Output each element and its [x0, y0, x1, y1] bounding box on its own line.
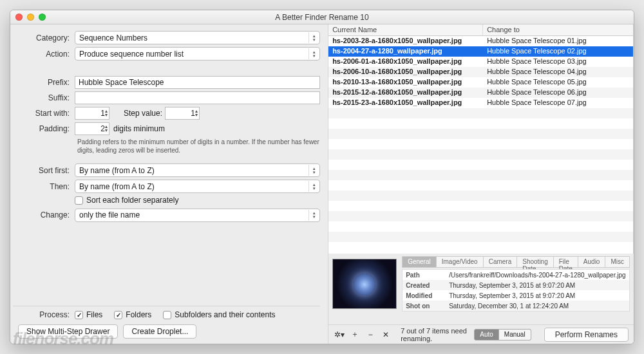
table-row[interactable]: hs-2003-28-a-1680x1050_wallpaper.jpgHubb… — [328, 36, 633, 46]
table-row[interactable] — [328, 201, 633, 211]
label-category: Category: — [13, 33, 75, 42]
thumbnail-image — [332, 259, 397, 309]
chevron-updown-icon: ▴▾ — [308, 181, 319, 192]
watermark: filehorse.com — [13, 329, 113, 349]
metadata-area: GeneralImage/VideoCameraShooting DateFil… — [328, 254, 634, 324]
stepper-icon: ▴▾ — [105, 109, 108, 117]
label-padding: Padding: — [13, 124, 75, 133]
tab-general[interactable]: General — [402, 256, 436, 268]
table-row[interactable] — [328, 170, 633, 180]
create-droplet-button[interactable]: Create Droplet... — [123, 324, 196, 339]
col-current[interactable]: Current Name — [328, 24, 483, 35]
app-window: A Better Finder Rename 10 Category: Sequ… — [10, 10, 634, 344]
checkbox-icon — [75, 196, 83, 205]
category-value: Sequence Numbers — [79, 33, 147, 42]
table-row[interactable] — [328, 191, 633, 201]
remove-icon[interactable]: − — [365, 329, 376, 340]
close-icon[interactable] — [15, 14, 23, 21]
chevron-updown-icon: ▴▾ — [308, 32, 319, 43]
stepper-icon: ▴▾ — [195, 109, 198, 117]
perform-renames-button[interactable]: Perform Renames — [544, 328, 629, 342]
label-sortfirst: Sort first: — [13, 166, 75, 175]
chevron-updown-icon: ▴▾ — [308, 210, 319, 221]
titlebar: A Better Finder Rename 10 — [10, 10, 634, 24]
prefix-input[interactable]: Hubble Space Telescope — [75, 76, 320, 89]
rename-table[interactable]: Current Name Change to hs-2003-28-a-1680… — [328, 24, 634, 254]
sortfirst-popup[interactable]: By name (from A to Z) ▴▾ — [75, 163, 320, 177]
label-then: Then: — [13, 182, 75, 191]
table-row[interactable] — [328, 139, 633, 149]
table-row[interactable] — [328, 180, 633, 191]
stepvalue-stepper[interactable]: 1 ▴▾ — [165, 107, 200, 120]
change-popup[interactable]: only the file name ▴▾ — [75, 209, 320, 222]
window-title: A Better Finder Rename 10 — [10, 13, 634, 22]
action-value: Produce sequence number list — [79, 50, 184, 59]
label-stepvalue: Step value: — [124, 109, 162, 118]
table-row[interactable] — [328, 129, 633, 139]
table-row[interactable]: hs-2006-10-a-1680x1050_wallpaper.jpgHubb… — [328, 67, 633, 77]
process-folders-checkbox[interactable]: Folders — [114, 310, 151, 319]
label-change: Change: — [13, 210, 75, 219]
table-row[interactable] — [328, 160, 633, 170]
label-suffix: Suffix: — [13, 93, 75, 102]
then-popup[interactable]: By name (from A to Z) ▴▾ — [75, 180, 320, 193]
label-process: Process: — [13, 310, 75, 319]
label-startwith: Start with: — [13, 109, 75, 118]
tab-shootingdate[interactable]: Shooting Date — [516, 256, 553, 268]
sort-each-folder-checkbox[interactable]: Sort each folder separately — [75, 196, 178, 205]
process-files-checkbox[interactable]: Files — [75, 310, 102, 319]
tab-camera[interactable]: Camera — [483, 256, 517, 268]
right-footer: ✲▾ ＋ − ✕ 7 out of 7 items need renaming.… — [328, 324, 634, 344]
category-popup[interactable]: Sequence Numbers ▴▾ — [75, 31, 320, 44]
status-text: 7 out of 7 items need renaming. — [401, 327, 470, 342]
mode-manual[interactable]: Manual — [499, 329, 531, 340]
table-row[interactable]: hs-2006-01-a-1680x1050_wallpaper.jpgHubb… — [328, 57, 633, 67]
table-row[interactable]: hs-2015-23-a-1680x1050_wallpaper.jpgHubb… — [328, 98, 633, 108]
stepper-icon: ▴▾ — [105, 125, 108, 133]
mode-segment[interactable]: Auto Manual — [474, 329, 531, 340]
tab-misc[interactable]: Misc — [605, 256, 630, 268]
checkbox-icon — [163, 311, 171, 319]
table-row[interactable]: hs-2010-13-a-1680x1050_wallpaper.jpgHubb… — [328, 77, 633, 88]
zoom-icon[interactable] — [39, 14, 46, 21]
tab-imagevideo[interactable]: Image/Video — [436, 256, 483, 268]
content: Category: Sequence Numbers ▴▾ Action: Pr… — [10, 24, 634, 344]
col-changeto[interactable]: Change to — [483, 24, 633, 35]
padding-stepper[interactable]: 2 ▴▾ — [75, 122, 109, 135]
tab-audio[interactable]: Audio — [578, 256, 605, 268]
checkbox-icon — [75, 311, 83, 319]
label-action: Action: — [13, 50, 75, 59]
minimize-icon[interactable] — [27, 14, 34, 21]
table-row[interactable] — [328, 232, 633, 242]
table-row[interactable] — [328, 221, 633, 232]
metadata-tabs: GeneralImage/VideoCameraShooting DateFil… — [402, 256, 630, 268]
settings-panel: Category: Sequence Numbers ▴▾ Action: Pr… — [10, 24, 328, 344]
add-icon[interactable]: ＋ — [349, 329, 361, 340]
padding-hint: Padding refers to the minimum number of … — [77, 138, 320, 154]
close-icon[interactable]: ✕ — [380, 329, 392, 340]
table-row[interactable] — [328, 108, 633, 118]
padding-suffix: digits minimum — [113, 124, 165, 133]
table-row[interactable] — [328, 242, 633, 252]
chevron-updown-icon: ▴▾ — [308, 48, 319, 59]
process-subfolders-checkbox[interactable]: Subfolders and their contents — [163, 310, 275, 319]
preview-panel: Current Name Change to hs-2003-28-a-1680… — [328, 24, 634, 344]
gear-icon[interactable]: ✲▾ — [334, 329, 345, 340]
table-row[interactable] — [328, 149, 633, 160]
table-row[interactable]: hs-2015-12-a-1680x1050_wallpaper.jpgHubb… — [328, 88, 633, 98]
chevron-updown-icon: ▴▾ — [308, 165, 319, 176]
checkbox-icon — [114, 311, 122, 319]
mode-auto[interactable]: Auto — [474, 329, 499, 340]
table-row[interactable] — [328, 118, 633, 129]
tab-filedate[interactable]: File Date — [553, 256, 578, 268]
suffix-input[interactable] — [75, 91, 320, 104]
table-row[interactable]: hs-2004-27-a-1280_wallpaper.jpgHubble Sp… — [328, 46, 633, 57]
label-prefix: Prefix: — [13, 78, 75, 87]
action-popup[interactable]: Produce sequence number list ▴▾ — [75, 47, 320, 61]
table-row[interactable] — [328, 211, 633, 221]
startwith-stepper[interactable]: 1 ▴▾ — [75, 107, 109, 120]
